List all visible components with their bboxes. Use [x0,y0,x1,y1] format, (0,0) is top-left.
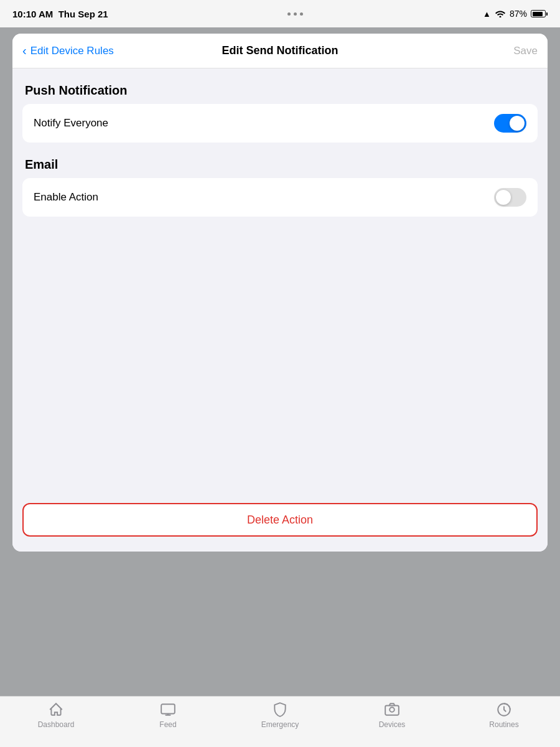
dot3 [300,12,303,16]
push-notification-card: Notify Everyone [22,104,538,143]
status-center-dots [287,12,303,16]
tab-dashboard-label: Dashboard [38,720,75,729]
notify-everyone-label: Notify Everyone [34,117,108,129]
battery-icon [531,10,548,17]
svg-point-1 [390,707,394,712]
home-icon [48,702,64,718]
location-icon: ▲ [483,9,491,19]
save-button[interactable]: Save [513,45,538,57]
toggle-thumb-email [496,190,511,205]
notify-everyone-toggle[interactable] [494,114,526,133]
tab-routines[interactable]: Routines [448,702,560,729]
tab-devices-label: Devices [379,720,406,729]
status-right: ▲ 87% [483,9,548,19]
tab-routines-label: Routines [489,720,518,729]
camera-icon [384,702,400,718]
shield-icon [272,702,288,718]
email-label: Email [22,157,538,172]
svg-rect-0 [161,704,175,713]
push-notification-label: Push Notification [22,83,538,98]
modal-overlay: ‹ Edit Device Rules Edit Send Notificati… [0,27,560,747]
monitor-icon [160,702,176,718]
tab-bar: Dashboard Feed Emergency Devices Routine… [0,696,560,747]
back-button[interactable]: ‹ Edit Device Rules [22,44,114,58]
battery-percent: 87% [510,9,527,19]
back-label: Edit Device Rules [30,45,114,57]
tab-feed-label: Feed [159,720,176,729]
tab-emergency[interactable]: Emergency [224,702,336,729]
notify-everyone-row: Notify Everyone [22,104,538,143]
nav-title: Edit Send Notification [222,44,338,57]
content-spacer [22,232,538,481]
nav-bar: ‹ Edit Device Rules Edit Send Notificati… [12,34,548,68]
email-card: Enable Action [22,178,538,217]
main-content: Push Notification Notify Everyone Email … [12,68,548,496]
routines-icon [496,702,512,718]
delete-section: Delete Action [12,496,548,552]
status-time-date: 10:10 AM Thu Sep 21 [12,9,108,19]
toggle-thumb-notify [510,116,525,131]
enable-action-toggle[interactable] [494,188,526,207]
chevron-left-icon: ‹ [22,44,27,58]
delete-action-button[interactable]: Delete Action [22,503,538,537]
dot2 [294,12,297,16]
status-bar: 10:10 AM Thu Sep 21 ▲ 87% [0,0,560,27]
dot1 [287,12,291,16]
enable-action-label: Enable Action [34,191,98,204]
tab-emergency-label: Emergency [261,720,299,729]
tab-feed[interactable]: Feed [112,702,224,729]
tab-dashboard[interactable]: Dashboard [0,702,112,729]
wifi-icon [495,9,506,19]
enable-action-row: Enable Action [22,178,538,217]
modal-sheet: ‹ Edit Device Rules Edit Send Notificati… [12,34,548,552]
tab-devices[interactable]: Devices [336,702,448,729]
